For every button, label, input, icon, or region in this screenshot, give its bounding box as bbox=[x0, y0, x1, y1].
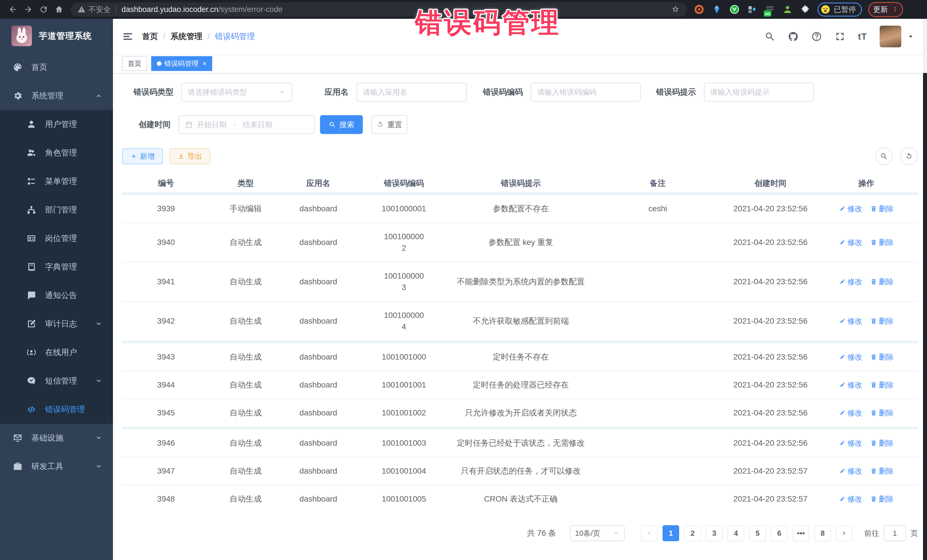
cell-create-time: 2021-04-20 23:52:57 bbox=[726, 495, 815, 504]
address-bar[interactable]: 不安全 dashboard.yudao.iocoder.cn /system/e… bbox=[71, 2, 687, 17]
edit-link[interactable]: 修改 bbox=[839, 352, 862, 362]
page-number-button[interactable]: 2 bbox=[684, 525, 701, 541]
error-msg-field[interactable] bbox=[704, 83, 814, 102]
breadcrumb-system[interactable]: 系统管理 bbox=[170, 31, 202, 42]
browser-forward-icon[interactable] bbox=[21, 2, 36, 17]
sidebar-item[interactable]: 研发工具 bbox=[0, 452, 113, 481]
sidebar-item[interactable]: 首页 bbox=[0, 53, 113, 82]
browser-home-icon[interactable] bbox=[51, 2, 67, 17]
sidebar-item[interactable]: 在线用户 bbox=[0, 338, 113, 367]
edit-link[interactable]: 修改 bbox=[839, 204, 862, 214]
delete-link[interactable]: 删除 bbox=[870, 277, 894, 287]
sidebar-item[interactable]: 菜单管理 bbox=[0, 167, 113, 196]
toggle-search-button[interactable] bbox=[875, 147, 893, 165]
extension-orange-icon[interactable] bbox=[694, 5, 704, 14]
browser-update-button[interactable]: 更新 bbox=[868, 2, 903, 17]
sidebar-item[interactable]: 审计日志 bbox=[0, 310, 113, 338]
edit-link[interactable]: 修改 bbox=[839, 408, 862, 418]
app-name-field[interactable] bbox=[357, 83, 467, 102]
delete-link[interactable]: 删除 bbox=[870, 316, 894, 326]
edit-link[interactable]: 修改 bbox=[839, 438, 862, 448]
cell-create-time: 2021-04-20 23:52:56 bbox=[726, 277, 815, 286]
hamburger-icon[interactable] bbox=[122, 31, 134, 42]
sidebar-item[interactable]: 通知公告 bbox=[0, 281, 113, 310]
column-header: 应用名 bbox=[281, 178, 356, 189]
error-type-select[interactable]: 请选择错误码类型 bbox=[181, 83, 292, 102]
column-header: 备注 bbox=[589, 178, 726, 189]
goto-page-input[interactable] bbox=[884, 525, 906, 541]
delete-link[interactable]: 删除 bbox=[870, 238, 894, 247]
sidebar-item[interactable]: 系统管理 bbox=[0, 82, 113, 110]
page-number-button[interactable]: 8 bbox=[815, 525, 831, 541]
error-code-field[interactable] bbox=[531, 83, 641, 102]
avatar-caret-down-icon[interactable] bbox=[907, 33, 915, 40]
browser-profile-chip[interactable]: 已暂停 bbox=[818, 3, 862, 17]
delete-link[interactable]: 删除 bbox=[870, 466, 894, 476]
sidebar-item[interactable]: 角色管理 bbox=[0, 138, 113, 167]
prev-page-button[interactable] bbox=[641, 525, 658, 541]
sidebar-item[interactable]: 错误码管理 bbox=[0, 395, 113, 424]
page-number-button[interactable]: 6 bbox=[771, 525, 787, 541]
cell-create-time: 2021-04-20 23:52:56 bbox=[726, 317, 815, 326]
edit-icon bbox=[839, 278, 846, 285]
next-page-button[interactable] bbox=[836, 525, 853, 541]
delete-link[interactable]: 删除 bbox=[870, 380, 894, 390]
edit-link[interactable]: 修改 bbox=[839, 494, 862, 504]
delete-link[interactable]: 删除 bbox=[870, 204, 894, 214]
error-code-input[interactable] bbox=[537, 88, 635, 97]
help-icon[interactable] bbox=[811, 31, 822, 42]
header-search-icon[interactable] bbox=[764, 31, 775, 42]
edit-link[interactable]: 修改 bbox=[839, 238, 862, 247]
edit-link[interactable]: 修改 bbox=[839, 466, 862, 476]
search-button[interactable]: 搜索 bbox=[320, 115, 363, 134]
delete-link-label: 删除 bbox=[879, 204, 894, 214]
export-button[interactable]: 导出 bbox=[169, 148, 210, 164]
scrollbar[interactable] bbox=[923, 19, 927, 560]
extension-vue-devtools-icon[interactable] bbox=[729, 5, 739, 14]
page-number-button[interactable]: ••• bbox=[793, 525, 809, 541]
github-icon[interactable] bbox=[788, 31, 799, 42]
extension-grid-icon[interactable] bbox=[747, 5, 757, 14]
breadcrumb-home[interactable]: 首页 bbox=[142, 31, 158, 42]
reset-button[interactable]: 重置 bbox=[371, 115, 407, 134]
tag-close-icon[interactable]: × bbox=[202, 60, 207, 67]
page-number-button[interactable]: 3 bbox=[706, 525, 722, 541]
edit-link[interactable]: 修改 bbox=[839, 316, 862, 326]
edit-link[interactable]: 修改 bbox=[839, 277, 862, 287]
app-logo-row[interactable]: 芋道管理系统 bbox=[0, 19, 113, 53]
page-number-button[interactable]: 5 bbox=[749, 525, 766, 541]
refresh-table-button[interactable] bbox=[900, 147, 918, 165]
browser-menu-dots-icon[interactable] bbox=[892, 6, 898, 12]
page-tag[interactable]: 错误码管理 × bbox=[151, 56, 212, 71]
delete-link[interactable]: 删除 bbox=[870, 408, 894, 418]
delete-link[interactable]: 删除 bbox=[870, 438, 894, 448]
page-number-button[interactable]: 1 bbox=[663, 525, 679, 541]
error-msg-input[interactable] bbox=[710, 88, 808, 97]
sidebar-item[interactable]: 字典管理 bbox=[0, 253, 113, 281]
app-name-input[interactable] bbox=[363, 88, 460, 97]
page-size-select[interactable]: 10条/页 bbox=[570, 525, 625, 541]
delete-link[interactable]: 删除 bbox=[870, 494, 894, 504]
extension-person-icon[interactable] bbox=[783, 5, 792, 14]
sidebar-item[interactable]: 用户管理 bbox=[0, 110, 113, 138]
extension-list-icon[interactable]: on bbox=[765, 5, 775, 14]
edit-link[interactable]: 修改 bbox=[839, 380, 862, 390]
delete-link[interactable]: 删除 bbox=[870, 352, 894, 362]
extensions-puzzle-icon[interactable] bbox=[800, 5, 810, 14]
fullscreen-icon[interactable] bbox=[834, 31, 845, 42]
create-time-range-picker[interactable]: 开始日期 - 结束日期 bbox=[179, 115, 315, 134]
bookmark-star-icon[interactable] bbox=[671, 5, 680, 14]
text-size-icon[interactable]: tT bbox=[858, 31, 867, 42]
add-button[interactable]: 新增 bbox=[122, 148, 163, 164]
browser-reload-icon[interactable] bbox=[36, 2, 51, 17]
scrollbar-thumb[interactable] bbox=[923, 73, 927, 560]
sidebar-item[interactable]: 短信管理 bbox=[0, 367, 113, 395]
user-avatar[interactable] bbox=[880, 26, 901, 47]
extension-pin-icon[interactable] bbox=[712, 5, 722, 14]
sidebar-item[interactable]: 岗位管理 bbox=[0, 224, 113, 253]
sidebar-item[interactable]: 部门管理 bbox=[0, 196, 113, 224]
sidebar-item[interactable]: 基础设施 bbox=[0, 424, 113, 452]
browser-back-icon[interactable] bbox=[5, 2, 21, 17]
page-number-button[interactable]: 4 bbox=[728, 525, 744, 541]
page-tag[interactable]: 首页 bbox=[122, 56, 147, 71]
